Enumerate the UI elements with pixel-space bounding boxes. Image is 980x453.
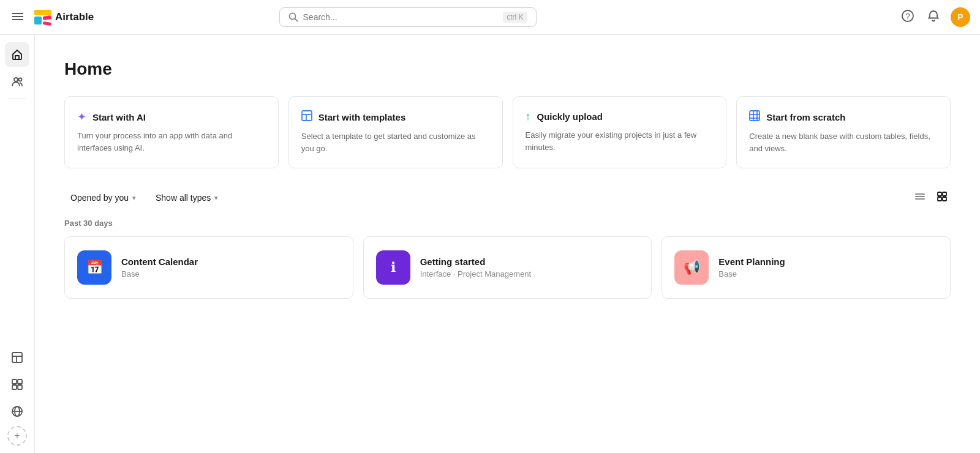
action-card-upload[interactable]: ↑ Quickly upload Easily migrate your exi… — [513, 96, 727, 168]
recent-name-content-calendar: Content Calendar — [121, 256, 341, 267]
svg-rect-3 — [34, 10, 51, 15]
sidebar-bottom: + — [5, 345, 29, 446]
menu-button[interactable] — [10, 9, 26, 26]
svg-rect-34 — [938, 192, 941, 196]
svg-rect-26 — [750, 111, 760, 121]
svg-rect-35 — [943, 192, 946, 196]
search-icon — [288, 12, 298, 22]
notifications-button[interactable] — [925, 7, 942, 28]
chevron-down-icon-types: ▾ — [214, 194, 218, 202]
recent-meta-content-calendar: Base — [121, 269, 341, 279]
svg-rect-5 — [43, 15, 52, 20]
card-title-scratch: Start from scratch — [766, 112, 845, 122]
page-title: Home — [64, 59, 951, 79]
ai-icon: ✦ — [77, 110, 86, 124]
filters-left: Opened by you ▾ Show all types ▾ — [64, 189, 224, 206]
recent-info-event-planning: Event Planning Base — [718, 256, 938, 279]
card-header-scratch: Start from scratch — [749, 110, 938, 124]
svg-rect-18 — [12, 385, 17, 389]
help-button[interactable]: ? — [899, 7, 916, 28]
recent-card-event-planning[interactable]: 📢 Event Planning Base — [662, 236, 951, 299]
upload-icon: ↑ — [526, 110, 531, 123]
sidebar-divider — [9, 99, 26, 99]
recent-grid: 📅 Content Calendar Base ℹ Getting starte… — [64, 236, 951, 299]
avatar[interactable]: P — [951, 7, 970, 27]
recent-name-getting-started: Getting started — [420, 256, 639, 267]
action-card-scratch[interactable]: Start from scratch Create a new blank ba… — [736, 96, 951, 168]
card-title-upload: Quickly upload — [537, 111, 603, 122]
svg-rect-23 — [302, 111, 312, 121]
card-header-templates: Start with templates — [301, 110, 490, 124]
topbar-left: Airtable — [10, 7, 94, 27]
recent-meta-event-planning: Base — [718, 269, 938, 279]
scratch-icon — [749, 110, 760, 124]
sidebar: + — [0, 35, 35, 453]
svg-point-12 — [19, 78, 22, 81]
logo-icon — [33, 7, 53, 27]
topbar: Airtable ctrl K ? P — [0, 0, 980, 35]
sidebar-item-home[interactable] — [5, 42, 29, 67]
svg-rect-17 — [18, 380, 22, 384]
topbar-right: ? P — [899, 7, 970, 28]
card-header-upload: ↑ Quickly upload — [526, 110, 714, 123]
recent-info-content-calendar: Content Calendar Base — [121, 256, 341, 279]
action-card-templates[interactable]: Start with templates Select a template t… — [288, 96, 503, 168]
card-title-templates: Start with templates — [318, 112, 406, 122]
svg-text:?: ? — [905, 12, 910, 21]
sidebar-item-interfaces[interactable] — [5, 399, 29, 424]
filters-row: Opened by you ▾ Show all types ▾ — [64, 188, 951, 208]
svg-rect-36 — [938, 197, 941, 201]
logo-text: Airtable — [55, 11, 94, 23]
svg-rect-4 — [34, 17, 42, 24]
filter-types-label: Show all types — [156, 193, 211, 203]
card-desc-templates: Select a template to get started and cus… — [301, 130, 490, 154]
section-label: Past 30 days — [64, 219, 951, 228]
recent-meta-getting-started: Interface · Project Management — [420, 269, 639, 279]
getting-started-icon: ℹ — [376, 250, 410, 285]
recent-card-getting-started[interactable]: ℹ Getting started Interface · Project Ma… — [363, 236, 652, 299]
sidebar-top — [5, 42, 29, 343]
content-calendar-icon: 📅 — [77, 250, 111, 285]
svg-point-11 — [14, 78, 18, 81]
recent-name-event-planning: Event Planning — [718, 256, 938, 267]
event-planning-icon: 📢 — [674, 250, 709, 285]
add-icon: + — [14, 430, 20, 441]
card-title-ai: Start with AI — [92, 112, 146, 122]
sidebar-item-bases[interactable] — [5, 372, 29, 397]
svg-rect-13 — [12, 353, 22, 362]
recent-card-content-calendar[interactable]: 📅 Content Calendar Base — [64, 236, 353, 299]
svg-rect-19 — [18, 385, 22, 389]
search-shortcut: ctrl K — [503, 12, 527, 23]
svg-point-7 — [289, 13, 295, 20]
filter-types[interactable]: Show all types ▾ — [149, 189, 224, 206]
filters-right — [911, 188, 951, 208]
layout: + Home ✦ Start with AI Turn your process… — [0, 35, 980, 453]
filter-opened-by[interactable]: Opened by you ▾ — [64, 189, 142, 206]
svg-line-8 — [295, 19, 298, 22]
card-header-ai: ✦ Start with AI — [77, 110, 266, 124]
svg-rect-16 — [12, 380, 17, 384]
filter-opened-label: Opened by you — [70, 193, 129, 203]
sidebar-item-team[interactable] — [5, 69, 29, 94]
card-desc-ai: Turn your process into an app with data … — [77, 130, 266, 154]
logo[interactable]: Airtable — [33, 7, 94, 27]
main-content: Home ✦ Start with AI Turn your process i… — [35, 35, 980, 453]
svg-rect-37 — [943, 197, 946, 201]
search-bar[interactable]: ctrl K — [279, 7, 537, 27]
card-desc-scratch: Create a new blank base with custom tabl… — [749, 130, 938, 154]
action-cards: ✦ Start with AI Turn your process into a… — [64, 96, 951, 168]
sidebar-item-templates[interactable] — [5, 345, 29, 370]
search-input[interactable] — [303, 12, 499, 22]
grid-view-button[interactable] — [933, 188, 951, 208]
templates-icon — [301, 110, 312, 124]
recent-info-getting-started: Getting started Interface · Project Mana… — [420, 256, 639, 279]
sidebar-add-button[interactable]: + — [7, 426, 27, 446]
list-view-button[interactable] — [911, 188, 929, 208]
action-card-ai[interactable]: ✦ Start with AI Turn your process into a… — [64, 96, 279, 168]
card-desc-upload: Easily migrate your existing projects in… — [526, 129, 714, 153]
svg-rect-6 — [43, 21, 52, 26]
chevron-down-icon: ▾ — [132, 194, 136, 202]
